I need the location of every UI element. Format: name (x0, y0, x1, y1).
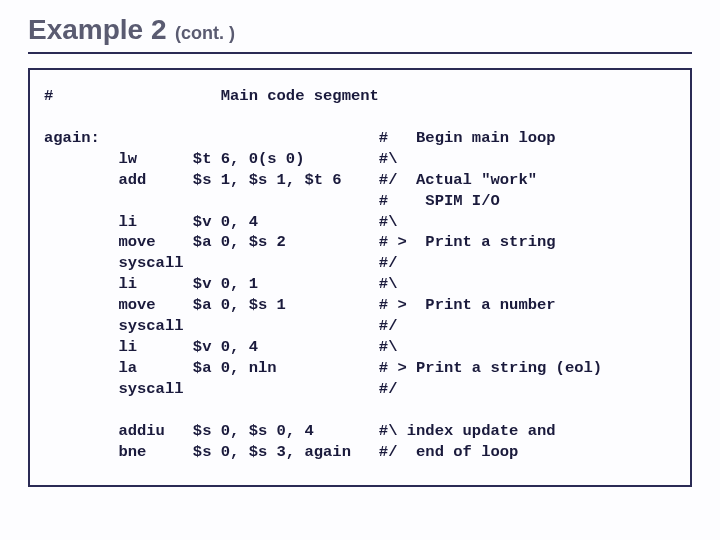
slide-title: Example 2 (28, 14, 167, 45)
title-bar: Example 2 (cont. ) (28, 14, 692, 54)
code-listing: # Main code segment again: # Begin main … (44, 86, 672, 463)
slide: Example 2 (cont. ) # Main code segment a… (0, 0, 720, 540)
code-box: # Main code segment again: # Begin main … (28, 68, 692, 487)
slide-subtitle: (cont. ) (175, 23, 235, 43)
